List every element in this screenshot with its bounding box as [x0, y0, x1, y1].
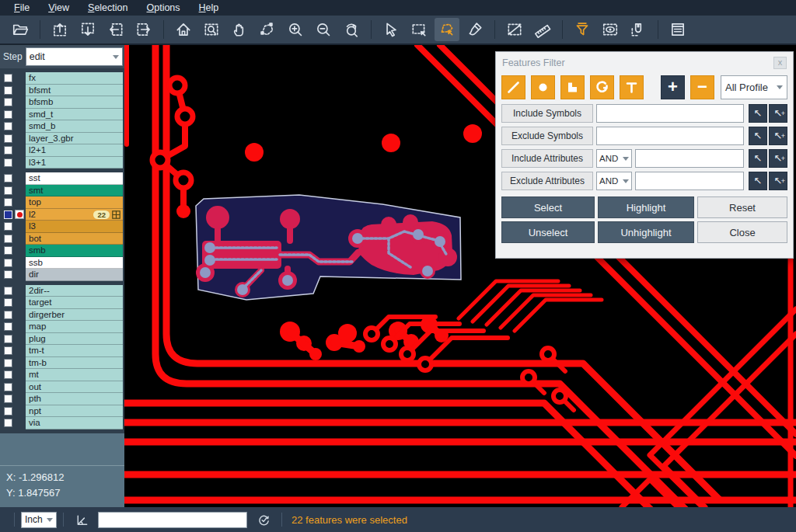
pick-symbol-button[interactable]: ↖ [749, 127, 767, 145]
layer-row[interactable]: 2dir-- [0, 285, 124, 297]
layer-name[interactable]: l3+1 [26, 157, 123, 169]
pick-attribute-button[interactable]: ↖ [749, 149, 767, 168]
layer-row[interactable]: smb [0, 245, 124, 257]
layer-name[interactable]: mt [26, 369, 123, 381]
pick-add-attribute-button[interactable]: ↖+ [769, 172, 787, 190]
layer-row[interactable]: bfsmb [0, 96, 124, 109]
pick-add-symbol-button[interactable]: ↖+ [769, 104, 787, 123]
layer-checkbox[interactable] [4, 298, 12, 307]
layer-checkbox[interactable] [4, 246, 12, 255]
layer-row[interactable]: target [0, 297, 124, 309]
zoom-out-button[interactable] [311, 18, 336, 41]
pick-symbol-button[interactable]: ↖ [749, 104, 767, 123]
menu-file[interactable]: File [6, 1, 37, 15]
refresh-status-button[interactable] [255, 511, 272, 528]
close-button[interactable]: Close [697, 221, 787, 243]
layer-row[interactable]: bot [0, 233, 124, 245]
layer-name[interactable]: bfsmb [26, 96, 123, 109]
dialog-close-button[interactable]: x [773, 57, 787, 69]
layer-checkbox[interactable] [4, 146, 12, 155]
layer-name[interactable]: smb [26, 245, 123, 257]
layer-name[interactable]: 2dir-- [26, 285, 123, 297]
layer-row[interactable]: plug [0, 333, 124, 346]
layer-row[interactable]: l3 [0, 221, 124, 233]
layer-checkbox[interactable] [4, 134, 12, 143]
exclude-symbols-button[interactable]: Exclude Symbols [501, 127, 593, 145]
zoom-previous-button[interactable] [339, 18, 364, 41]
layer-name[interactable]: bot [26, 233, 123, 245]
include-attributes-button[interactable]: Include Attributes [501, 149, 593, 168]
layer-row[interactable]: mt [0, 369, 124, 381]
pan-hand-button[interactable] [227, 18, 252, 41]
layer-name[interactable]: ssb [26, 257, 123, 269]
select-rectangle-button[interactable] [407, 18, 431, 41]
layer-row[interactable]: map [0, 321, 124, 333]
measure-rectangle-button[interactable] [502, 18, 527, 41]
filter-positive-toggle[interactable]: + [661, 75, 685, 99]
layer-row[interactable]: l3+1 [0, 157, 124, 169]
filter-text-toggle[interactable] [620, 75, 644, 99]
layer-checkbox[interactable] [4, 322, 12, 331]
features-filter-button[interactable] [570, 18, 595, 41]
layer-name[interactable]: sst [26, 172, 123, 185]
layer-row[interactable]: top [0, 196, 124, 209]
layer-row[interactable]: fx [0, 72, 124, 85]
layer-row[interactable]: tm-t [0, 345, 124, 357]
layer-checkbox[interactable] [4, 198, 12, 207]
zoom-polygon-button[interactable] [255, 18, 280, 41]
exclude-attributes-button[interactable]: Exclude Attributes [501, 172, 593, 190]
unit-select[interactable]: Inch [21, 512, 57, 528]
layer-name[interactable]: dir [26, 269, 123, 281]
layer-name[interactable]: tm-t [26, 345, 123, 357]
layer-name[interactable]: l2+1 [26, 144, 123, 157]
pick-attribute-button[interactable]: ↖ [749, 172, 767, 190]
layer-name[interactable]: smt [26, 185, 123, 197]
layer-checkbox[interactable] [4, 419, 12, 427]
layer-checkbox[interactable] [4, 395, 12, 403]
layer-row[interactable]: ssb [0, 257, 124, 269]
move-left-button[interactable] [103, 18, 128, 41]
layer-row[interactable]: out [0, 381, 124, 394]
layer-row[interactable]: smd_b [0, 120, 124, 133]
snap-button[interactable] [626, 18, 651, 41]
filter-pads-toggle[interactable] [531, 75, 555, 99]
layer-name[interactable]: out [26, 381, 123, 394]
angle-tool-button[interactable] [73, 511, 90, 528]
display-options-button[interactable] [598, 18, 623, 41]
layer-name[interactable]: l3 [26, 221, 123, 233]
layer-name[interactable]: plug [26, 333, 123, 346]
layer-name[interactable]: layer_3.gbr [26, 133, 123, 145]
layer-name[interactable]: tm-b [26, 357, 123, 370]
layer-name[interactable]: top [26, 196, 123, 209]
move-down-button[interactable] [75, 18, 100, 41]
layer-checkbox[interactable] [4, 110, 12, 119]
layer-checkbox[interactable] [4, 287, 12, 295]
command-input[interactable] [98, 512, 247, 528]
open-button[interactable] [8, 18, 33, 41]
layer-name[interactable]: map [26, 321, 123, 333]
layer-row[interactable]: sst [0, 172, 124, 185]
layer-checkbox-checked[interactable] [4, 210, 12, 219]
layer-checkbox[interactable] [4, 158, 12, 167]
layer-checkbox[interactable] [4, 407, 12, 416]
layer-checkbox[interactable] [4, 311, 12, 319]
layer-name[interactable]: bfsmt [26, 85, 123, 97]
include-symbols-input[interactable] [596, 104, 744, 123]
layer-row[interactable]: smt [0, 185, 124, 197]
layer-name[interactable]: target [26, 297, 123, 309]
menu-help[interactable]: Help [191, 1, 227, 15]
layer-row[interactable]: bfsmt [0, 85, 124, 97]
filter-lines-toggle[interactable] [501, 75, 525, 99]
layer-name[interactable]: dirgerber [26, 309, 123, 322]
unhighlight-button[interactable]: Unhighlight [598, 221, 694, 243]
layer-row-selected[interactable]: l2 22 [0, 209, 124, 221]
layer-name[interactable]: l2 22 [26, 209, 123, 221]
layer-checkbox[interactable] [4, 74, 12, 82]
active-layer-indicator[interactable] [15, 210, 24, 219]
layer-checkbox[interactable] [4, 86, 12, 95]
clear-highlight-button[interactable] [463, 18, 487, 41]
filter-surfaces-toggle[interactable] [560, 75, 585, 99]
reset-button[interactable]: Reset [697, 196, 787, 218]
zoom-window-button[interactable] [199, 18, 224, 41]
menu-selection[interactable]: Selection [80, 1, 135, 15]
